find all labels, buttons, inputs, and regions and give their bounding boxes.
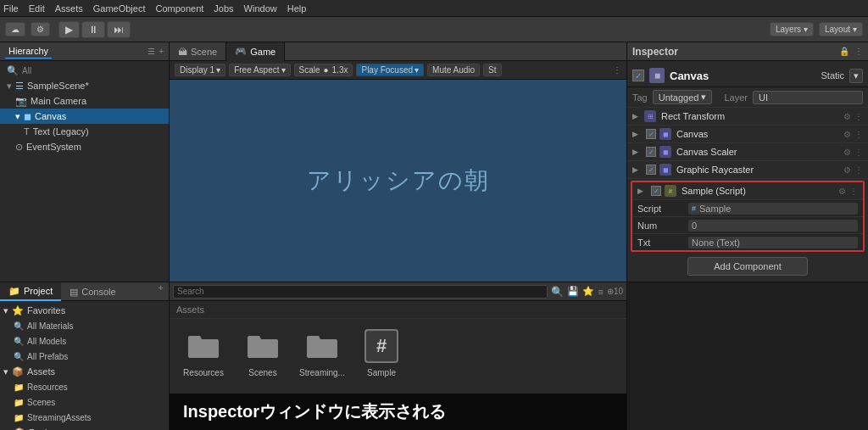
sample-checkbox[interactable]: ✓ [651,186,661,196]
mute-audio-btn[interactable]: Mute Audio [427,64,480,76]
cloud-icon-btn[interactable]: ☁ [5,22,25,36]
pause-button[interactable]: ⏸ [81,21,105,38]
layer-dropdown[interactable]: UI [753,91,863,104]
menu-gameobject[interactable]: GameObject [93,3,146,14]
add-component-button[interactable]: Add Component [687,257,808,276]
step-button[interactable]: ⏭ [107,21,131,38]
assets-section[interactable]: ▾ 📦 Assets [0,364,169,379]
rect-btns: ⚙ ⋮ [843,112,863,121]
scale-control[interactable]: Scale ● 1.3x [294,64,353,76]
assets-toolbar: 🔍 💾 ⭐ ≡ ⊕10 [170,282,626,301]
project-item-allprefabs[interactable]: 🔍 All Prefabs [0,349,169,364]
star-icon[interactable]: ⭐ [582,286,594,297]
packages-icon: 📦 [14,427,25,431]
canvas-menu-icon[interactable]: ⋮ [854,130,863,139]
sample-menu-icon[interactable]: ⋮ [849,187,858,196]
gear-icon: ⚙ [36,25,44,34]
hierarchy-search-row[interactable]: 🔍 All [0,63,169,78]
menu-window[interactable]: Window [244,3,277,14]
more-icon[interactable]: ≡ [598,287,603,297]
game-tab-icon: 🎮 [235,46,247,57]
stats-btn[interactable]: St [483,64,501,76]
menu-component[interactable]: Component [155,3,203,14]
project-item-allmaterials[interactable]: 🔍 All Materials [0,318,169,333]
game-tab[interactable]: 🎮 Game [226,42,285,61]
raycaster-checkbox[interactable]: ✓ [646,165,656,175]
hierarchy-header: Hierarchy ☰ + [0,42,169,61]
txt-value[interactable]: None (Text) [688,237,858,249]
component-rect-transform-header[interactable]: ▶ ⊞ Rect Transform ⚙ ⋮ [627,108,868,125]
sample-label: Sample [367,368,396,377]
hierarchy-item-eventsystem[interactable]: ⊙ EventSystem [0,139,169,154]
project-item-allmodels[interactable]: 🔍 All Models [0,333,169,349]
project-add-btn[interactable]: + [159,282,169,300]
component-canvas-header[interactable]: ▶ ✓ ◼ Canvas ⚙ ⋮ [627,126,868,142]
settings-btn[interactable]: ⚙ [31,22,50,36]
project-item-streamingassets[interactable]: 📁 StreamingAssets [0,410,169,425]
hierarchy-tab[interactable]: Hierarchy [5,44,52,59]
static-dropdown[interactable]: ▾ [849,69,863,83]
hierarchy-add-icon[interactable]: + [159,47,164,56]
menu-assets[interactable]: Assets [55,3,83,14]
tag-label: Tag [632,92,648,103]
tag-dropdown[interactable]: Untagged ▾ [653,90,713,104]
rect-settings-icon[interactable]: ⚙ [843,112,851,121]
inspector-lock-icon[interactable]: 🔒 [839,47,849,56]
scaler-menu-icon[interactable]: ⋮ [854,148,863,157]
scaler-checkbox[interactable]: ✓ [646,147,656,157]
project-tab[interactable]: 📁 Project [0,282,61,301]
inspector-menu-icon[interactable]: ⋮ [854,47,863,56]
hierarchy-menu-icon[interactable]: ☰ [147,47,155,56]
inspector-header: Inspector 🔒 ⋮ [627,42,868,61]
project-item-resources[interactable]: 📁 Resources [0,379,169,394]
assets-search-input[interactable] [173,285,548,299]
play-focused-btn[interactable]: Play Focused ▾ [356,64,424,76]
canvas-settings-icon[interactable]: ⚙ [843,130,851,139]
object-name[interactable]: Canvas [670,70,815,82]
raycaster-menu-icon[interactable]: ⋮ [854,165,863,175]
scaler-settings-icon[interactable]: ⚙ [843,148,851,157]
bottom-overlay-text: Inspectorウィンドウに表示される [170,394,626,430]
hierarchy-item-text[interactable]: T Text (Legacy) [0,124,169,139]
txt-label: Txt [637,237,688,248]
streaming-icon: 📁 [14,413,24,422]
component-graphic-raycaster-header[interactable]: ▶ ✓ ◼ Graphic Raycaster ⚙ ⋮ [627,161,868,178]
component-canvas-scaler-header[interactable]: ▶ ✓ ◼ Canvas Scaler ⚙ ⋮ [627,143,868,160]
project-item-scenes[interactable]: 📁 Scenes [0,394,169,410]
sample-settings-icon[interactable]: ⚙ [838,187,846,196]
console-tab[interactable]: ▤ Console [61,282,124,301]
scenes-icon: 📁 [14,398,24,407]
layout-chevron-icon: ▾ [853,25,857,34]
script-value[interactable]: # Sample [688,203,858,215]
scene-tab[interactable]: 🏔 Scene [170,42,226,61]
toolbar-menu-icon[interactable]: ⋮ [613,65,621,75]
rect-menu-icon[interactable]: ⋮ [854,112,863,121]
rect-arrow-icon: ▶ [632,112,641,120]
menu-edit[interactable]: Edit [29,3,45,14]
hierarchy-item-samplescene[interactable]: ▾ ☰ SampleScene* [0,78,169,93]
layers-dropdown[interactable]: Layers ▾ [770,22,814,36]
component-sample-header[interactable]: ▶ ✓ # Sample (Script) ⚙ ⋮ [632,182,863,199]
layout-dropdown[interactable]: Layout ▾ [819,22,863,36]
menu-help[interactable]: Help [287,3,307,14]
graphic-raycaster-label: Graphic Raycaster [676,165,840,175]
menu-jobs[interactable]: Jobs [214,3,233,14]
object-active-checkbox[interactable]: ✓ [632,70,644,81]
favorites-section[interactable]: ▾ ⭐ Favorites [0,303,169,318]
canvas-comp-checkbox[interactable]: ✓ [646,129,656,139]
menu-file[interactable]: File [3,3,19,14]
view-tabs: 🏔 Scene 🎮 Game [170,42,626,61]
save-icon[interactable]: 💾 [567,286,579,297]
menubar: File Edit Assets GameObject Component Jo… [0,0,868,17]
hierarchy-item-canvas[interactable]: ▾ ◼ Canvas [0,109,169,124]
aspect-dropdown[interactable]: Free Aspect ▾ [229,64,290,76]
num-value[interactable]: 0 [688,220,858,232]
packages-section[interactable]: ▶ 📦 Packages [0,425,169,430]
inspector-title: Inspector [632,46,678,58]
hierarchy-item-maincamera[interactable]: 📷 Main Camera [0,93,169,109]
display-dropdown[interactable]: Display 1 ▾ [175,64,225,76]
component-rect-transform: ▶ ⊞ Rect Transform ⚙ ⋮ [627,108,868,126]
raycaster-arrow-icon: ▶ [632,165,641,174]
raycaster-settings-icon[interactable]: ⚙ [843,165,851,175]
play-button[interactable]: ▶ [58,21,80,38]
